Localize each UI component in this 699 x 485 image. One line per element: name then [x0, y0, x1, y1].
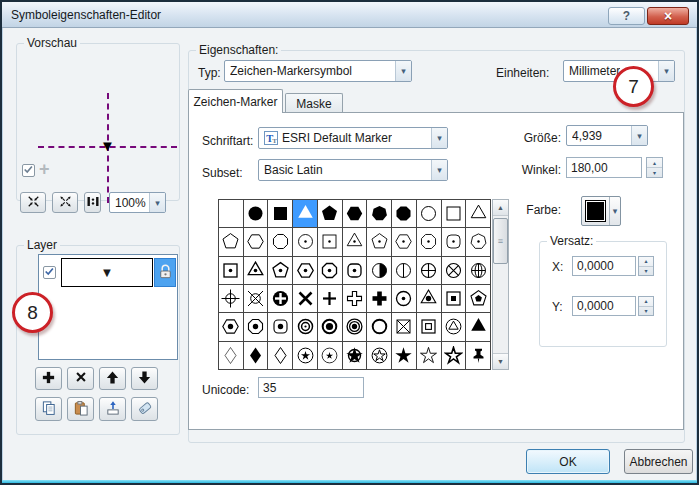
glyph-cell[interactable] [318, 285, 342, 312]
offset-x-spinner[interactable]: ▴ ▾ [638, 256, 654, 276]
glyph-cell[interactable] [244, 257, 268, 284]
glyph-cell[interactable] [417, 313, 441, 340]
titlebar[interactable]: Symboleigenschaften-Editor ? × [2, 2, 697, 28]
angle-input[interactable] [566, 157, 642, 178]
glyph-cell[interactable] [293, 200, 317, 227]
glyph-cell[interactable] [417, 200, 441, 227]
cancel-button[interactable]: Abbrechen [624, 449, 693, 474]
glyph-cell[interactable] [466, 285, 490, 312]
glyph-cell[interactable] [417, 257, 441, 284]
glyph-cell[interactable] [343, 200, 367, 227]
subset-combo[interactable]: Basic Latin ▾ [258, 159, 448, 181]
scrollbar-thumb[interactable]: ≡ [493, 218, 508, 264]
glyph-cell[interactable] [318, 257, 342, 284]
glyph-cell[interactable] [343, 285, 367, 312]
glyph-cell[interactable] [268, 257, 292, 284]
type-combo[interactable]: Zeichen-Markersymbol ▾ [224, 60, 412, 82]
glyph-grid-scrollbar[interactable]: ▲ ≡ ▼ [492, 199, 509, 370]
glyph-cell[interactable] [318, 200, 342, 227]
glyph-cell[interactable] [318, 313, 342, 340]
glyph-cell[interactable] [268, 285, 292, 312]
glyph-cell[interactable] [268, 200, 292, 227]
layer-list[interactable]: ▼ [38, 254, 178, 360]
help-button[interactable]: ? [608, 7, 645, 25]
glyph-cell[interactable] [318, 228, 342, 255]
glyph-cell[interactable] [442, 200, 466, 227]
glyph-cell[interactable] [392, 200, 416, 227]
glyph-cell[interactable] [219, 228, 243, 255]
paste-layer-button[interactable] [67, 397, 94, 421]
glyph-cell[interactable] [343, 342, 367, 369]
glyph-cell[interactable] [442, 228, 466, 255]
glyph-cell[interactable] [466, 257, 490, 284]
angle-spinner[interactable]: ▴ ▾ [646, 157, 663, 178]
glyph-cell[interactable] [392, 285, 416, 312]
layer-lock-button[interactable] [154, 258, 176, 287]
glyph-cell[interactable] [244, 342, 268, 369]
glyph-cell[interactable] [392, 313, 416, 340]
offset-x-input[interactable] [572, 256, 636, 276]
glyph-cell[interactable] [268, 228, 292, 255]
glyph-cell[interactable] [392, 228, 416, 255]
glyph-cell[interactable] [268, 342, 292, 369]
close-button[interactable]: × [647, 7, 689, 25]
glyph-cell[interactable] [293, 257, 317, 284]
ok-button[interactable]: OK [526, 449, 610, 474]
zoom-to-fit-button[interactable] [20, 192, 46, 213]
glyph-cell[interactable] [219, 285, 243, 312]
glyph-cell[interactable] [367, 200, 391, 227]
size-combo[interactable]: 4,939 ▾ [566, 125, 648, 146]
glyph-cell[interactable] [442, 285, 466, 312]
glyph-cell[interactable] [367, 228, 391, 255]
load-symbol-button[interactable] [99, 397, 126, 421]
move-layer-up-button[interactable] [99, 367, 126, 390]
scroll-up-button[interactable]: ▲ [493, 200, 508, 216]
glyph-cell[interactable] [268, 313, 292, 340]
scroll-down-button[interactable]: ▼ [493, 353, 508, 369]
glyph-cell[interactable] [367, 257, 391, 284]
glyph-cell[interactable] [466, 313, 490, 340]
glyph-cell[interactable] [293, 313, 317, 340]
glyph-cell[interactable] [244, 228, 268, 255]
add-layer-button[interactable] [35, 367, 62, 390]
glyph-cell[interactable] [219, 342, 243, 369]
offset-y-spinner[interactable]: ▴ ▾ [638, 296, 654, 316]
unicode-input[interactable] [258, 377, 364, 398]
glyph-cell[interactable] [244, 200, 268, 227]
glyph-cell[interactable] [219, 313, 243, 340]
color-picker-button[interactable]: ▾ [581, 196, 621, 226]
glyph-cell[interactable] [392, 342, 416, 369]
tab-maske[interactable]: Maske [285, 93, 343, 113]
font-combo[interactable]: TT ESRI Default Marker ▾ [258, 127, 448, 149]
preview-enable-checkbox[interactable] [22, 164, 35, 177]
move-layer-down-button[interactable] [131, 367, 158, 390]
glyph-cell[interactable] [417, 228, 441, 255]
glyph-cell[interactable] [442, 342, 466, 369]
glyph-cell[interactable] [343, 257, 367, 284]
glyph-cell[interactable] [466, 200, 490, 227]
glyph-cell[interactable] [367, 285, 391, 312]
glyph-cell[interactable] [293, 342, 317, 369]
glyph-cell[interactable] [318, 342, 342, 369]
glyph-cell[interactable] [343, 228, 367, 255]
layer-visibility-checkbox[interactable] [43, 266, 56, 279]
glyph-cell[interactable] [367, 313, 391, 340]
delete-layer-button[interactable] [67, 367, 94, 390]
glyph-cell[interactable] [219, 257, 243, 284]
glyph-cell[interactable] [417, 285, 441, 312]
glyph-cell[interactable] [466, 342, 490, 369]
copy-layer-button[interactable] [35, 397, 62, 421]
glyph-cell[interactable] [442, 257, 466, 284]
glyph-cell[interactable] [244, 285, 268, 312]
glyph-cell[interactable] [367, 342, 391, 369]
layer-symbol-patch[interactable]: ▼ [61, 258, 153, 287]
glyph-cell[interactable] [244, 313, 268, 340]
zoom-level-combo[interactable]: 100% ▾ [109, 192, 166, 213]
actual-size-button[interactable] [84, 192, 101, 213]
glyph-cell[interactable] [392, 257, 416, 284]
zoom-full-button[interactable] [52, 192, 78, 213]
tab-zeichen-marker[interactable]: Zeichen-Marker [188, 89, 283, 113]
glyph-cell[interactable] [343, 313, 367, 340]
tag-button[interactable] [131, 397, 158, 421]
glyph-cell[interactable] [442, 313, 466, 340]
